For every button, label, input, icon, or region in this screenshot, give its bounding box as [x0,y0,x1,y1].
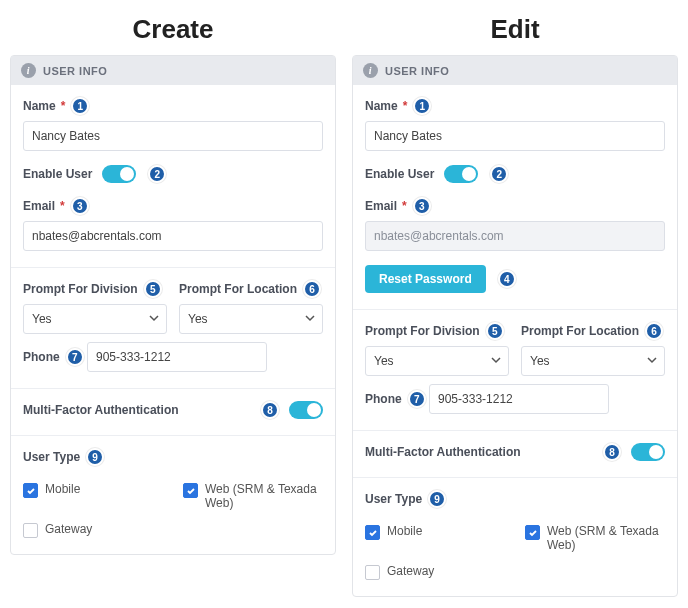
user-type-web[interactable]: Web (SRM & Texada Web) [183,482,323,510]
enable-user-label: Enable User [23,167,92,181]
mfa-toggle[interactable] [631,443,665,461]
phone-field[interactable] [87,342,267,372]
user-type-gateway[interactable]: Gateway [23,522,323,538]
panel-header: i USER INFO [353,56,677,85]
user-type-label: User Type 9 [23,448,104,466]
prompt-location-label: Prompt For Location 6 [179,280,321,298]
section-prompts: Prompt For Division 5 Prompt For Loc [11,268,335,389]
badge-7: 7 [408,390,426,408]
mfa-label: Multi-Factor Authentication [365,445,521,459]
user-type-label: User Type 9 [365,490,446,508]
info-icon: i [363,63,378,78]
prompt-location-select[interactable] [521,346,665,376]
badge-5: 5 [486,322,504,340]
email-field-readonly [365,221,665,251]
section-identity: Name* 1 Enable User 2 Email* 3 Reset Pas… [353,85,677,310]
badge-4: 4 [498,270,516,288]
email-label: Email* 3 [23,197,89,215]
enable-user-toggle[interactable] [444,165,478,183]
prompt-location-label: Prompt For Location 6 [521,322,663,340]
panel-title: USER INFO [43,65,107,77]
prompt-division-select[interactable] [23,304,167,334]
panel-title: USER INFO [385,65,449,77]
prompt-division-label: Prompt For Division 5 [365,322,504,340]
edit-heading: Edit [352,14,678,45]
reset-password-button[interactable]: Reset Password [365,265,486,293]
checkbox-icon [365,525,380,540]
user-type-web[interactable]: Web (SRM & Texada Web) [525,524,665,552]
badge-1: 1 [71,97,89,115]
checkbox-icon [525,525,540,540]
badge-8: 8 [261,401,279,419]
create-column: Create i USER INFO Name* 1 Enable User 2 [10,10,336,597]
name-field[interactable] [365,121,665,151]
section-mfa: Multi-Factor Authentication 8 [11,389,335,436]
user-type-gateway[interactable]: Gateway [365,564,665,580]
edit-panel: i USER INFO Name* 1 Enable User 2 Email*… [352,55,678,597]
phone-field[interactable] [429,384,609,414]
name-field[interactable] [23,121,323,151]
section-mfa: Multi-Factor Authentication 8 [353,431,677,478]
create-heading: Create [10,14,336,45]
section-user-type: User Type 9 Mobile Web (SRM & Tex [353,478,677,596]
checkbox-icon [23,523,38,538]
badge-2: 2 [148,165,166,183]
badge-6: 6 [303,280,321,298]
name-label: Name* 1 [365,97,431,115]
badge-8: 8 [603,443,621,461]
panel-header: i USER INFO [11,56,335,85]
edit-column: Edit i USER INFO Name* 1 Enable User 2 [352,10,678,597]
prompt-division-label: Prompt For Division 5 [23,280,162,298]
checkbox-icon [183,483,198,498]
checkbox-icon [365,565,380,580]
prompt-division-select[interactable] [365,346,509,376]
mfa-label: Multi-Factor Authentication [23,403,179,417]
phone-label: Phone 7 [365,390,426,408]
create-panel: i USER INFO Name* 1 Enable User 2 Email*… [10,55,336,555]
badge-6: 6 [645,322,663,340]
checkbox-icon [23,483,38,498]
user-type-mobile[interactable]: Mobile [365,524,505,552]
name-label: Name* 1 [23,97,89,115]
badge-3: 3 [413,197,431,215]
badge-7: 7 [66,348,84,366]
badge-3: 3 [71,197,89,215]
badge-2: 2 [490,165,508,183]
user-type-mobile[interactable]: Mobile [23,482,163,510]
email-label: Email* 3 [365,197,431,215]
section-prompts: Prompt For Division 5 Prompt For Loc [353,310,677,431]
badge-9: 9 [428,490,446,508]
section-identity: Name* 1 Enable User 2 Email* 3 [11,85,335,268]
badge-1: 1 [413,97,431,115]
section-user-type: User Type 9 Mobile Web (SRM & Tex [11,436,335,554]
phone-label: Phone 7 [23,348,84,366]
enable-user-label: Enable User [365,167,434,181]
enable-user-row: Enable User 2 [23,165,323,183]
prompt-location-select[interactable] [179,304,323,334]
badge-5: 5 [144,280,162,298]
mfa-toggle[interactable] [289,401,323,419]
email-field[interactable] [23,221,323,251]
badge-9: 9 [86,448,104,466]
info-icon: i [21,63,36,78]
enable-user-row: Enable User 2 [365,165,665,183]
enable-user-toggle[interactable] [102,165,136,183]
